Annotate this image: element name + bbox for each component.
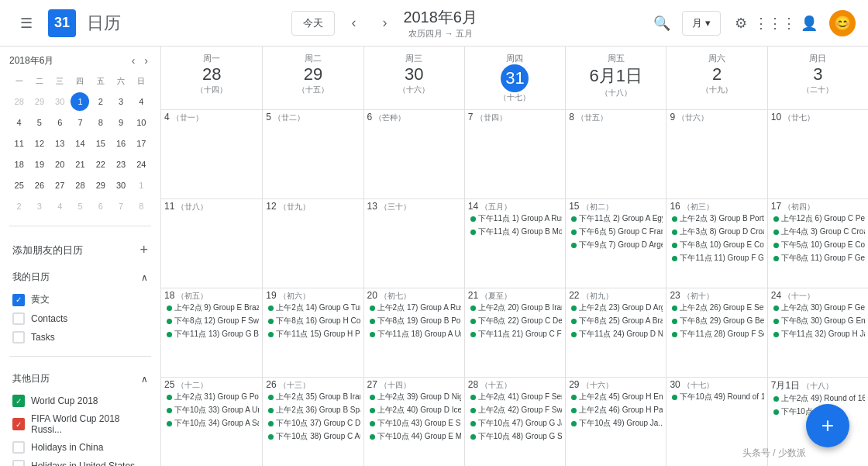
calendar-event[interactable]: 下午8点 22) Group C Den... <box>468 315 562 327</box>
mini-cal-day[interactable]: 16 <box>112 134 130 153</box>
calendar-cell[interactable]: 15 （初二）下午11点 2) Group A Egypt...下午6点 5) … <box>565 199 666 288</box>
mini-cal-day[interactable]: 5 <box>30 113 49 132</box>
calendar-event[interactable]: 下午11点 13) Group G Be... <box>164 328 259 340</box>
calendar-event[interactable]: 下午6点 5) Group C Franc... <box>569 226 663 238</box>
calendar-event[interactable]: 下午10点 34) Group A Sa... <box>164 417 259 430</box>
calendar-cell[interactable]: 13 （三十） <box>363 199 464 288</box>
mini-cal-day[interactable]: 29 <box>91 176 110 195</box>
user-avatar[interactable]: 😊 <box>829 10 856 36</box>
mini-cal-day[interactable]: 4 <box>132 92 150 111</box>
mini-cal-day[interactable]: 19 <box>30 155 49 174</box>
create-event-button[interactable]: + <box>806 404 849 447</box>
holidays-us-checkbox[interactable] <box>12 460 25 466</box>
mini-cal-day[interactable]: 14 <box>71 134 89 153</box>
mini-cal-day[interactable]: 1 <box>132 176 150 195</box>
view-selector-button[interactable]: 月 ▾ <box>682 11 721 36</box>
mini-cal-day[interactable]: 7 <box>112 197 130 216</box>
calendar-event[interactable]: 上午2点 36) Group B Spa... <box>266 404 360 416</box>
calendar-event[interactable]: 上午2点 3) Group B Portu... <box>670 212 763 225</box>
calendar-event[interactable]: 下午11点 2) Group A Egypt... <box>569 212 663 225</box>
calendar-item-holidays-china[interactable]: Holidays in China <box>9 438 151 457</box>
calendar-event[interactable]: 下午8点 16) Group H Col... <box>266 315 360 327</box>
mini-cal-day[interactable]: 23 <box>112 155 130 174</box>
calendar-cell[interactable]: 17 （初四）上午12点 6) Group C Peru...上午4点 3) G… <box>767 199 868 288</box>
calendar-event[interactable]: 上午2点 23) Group D Arg... <box>569 302 663 314</box>
calendar-event[interactable]: 下午11点 28) Group F So... <box>670 328 763 340</box>
calendar-cell[interactable]: 18 （初五）上午2点 9) Group E Brazil...下午8点 12)… <box>161 288 262 377</box>
calendar-cell[interactable]: 28 （十五）上午2点 41) Group F Serb...上午2点 42) … <box>464 378 565 466</box>
calendar-event[interactable]: 上午2点 42) Group F Swit... <box>468 404 562 416</box>
calendar-cell[interactable]: 23 （初十）上午2点 26) Group E Serb...下午8点 29) … <box>666 288 766 377</box>
calendar-event[interactable]: 上午2点 26) Group E Serb... <box>670 302 763 314</box>
mini-cal-day[interactable]: 30 <box>112 176 130 195</box>
calendar-item-contacts[interactable]: Contacts <box>9 309 151 328</box>
calendar-event[interactable]: 下午10点 49) Group Ja... <box>569 417 663 430</box>
calendar-cell[interactable]: 25 （十二）上午2点 31) Group G Pol...下午10点 33) … <box>161 378 262 466</box>
calendar-event[interactable]: 下午10点 49) Round of 1t... <box>670 391 763 403</box>
mini-cal-day[interactable]: 9 <box>112 113 130 132</box>
today-button[interactable]: 今天 <box>291 11 335 36</box>
mini-cal-day[interactable]: 2 <box>91 92 110 111</box>
calendar-event[interactable]: 上午2点 17) Group A Rus... <box>367 302 461 314</box>
calendar-cell[interactable]: 6 （芒种） <box>363 110 464 198</box>
mini-cal-day[interactable]: 20 <box>50 155 69 174</box>
mini-cal-day[interactable]: 27 <box>50 176 69 195</box>
calendar-cell[interactable]: 12 （廿九） <box>262 199 363 288</box>
prev-month-button[interactable]: ‹ <box>341 11 366 36</box>
calendar-event[interactable]: 上午3点 8) Group D Croat... <box>670 226 763 238</box>
search-button[interactable]: 🔍 <box>648 9 676 37</box>
calendar-event[interactable]: 下午10点 48) Group G Se... <box>468 430 562 443</box>
calendar-event[interactable]: 下午5点 10) Group E Cos... <box>771 239 865 251</box>
calendar-item-holidays-us[interactable]: Holidays in United States <box>9 457 151 466</box>
calendar-event[interactable]: 下午8点 25) Group A Braz... <box>569 315 663 327</box>
mini-cal-day[interactable]: 1 <box>71 92 89 111</box>
calendar-event[interactable]: 下午8点 30) Group G Eng... <box>771 315 865 327</box>
my-calendars-section[interactable]: 我的日历 ∧ <box>9 264 151 290</box>
calendar-event[interactable]: 上午4点 3) Group C Croa... <box>771 226 865 238</box>
calendar-event[interactable]: 上午2点 20) Group B Iran... <box>468 302 562 314</box>
calendar-event[interactable]: 上午2点 49) Round of 16:... <box>771 392 865 405</box>
mini-cal-day[interactable]: 8 <box>132 197 150 216</box>
calendar-event[interactable]: 下午11点 11) Group F Ge... <box>670 252 763 264</box>
mini-cal-day[interactable]: 26 <box>30 176 49 195</box>
mini-cal-day[interactable]: 28 <box>71 176 89 195</box>
mini-cal-day[interactable]: 17 <box>132 134 150 153</box>
calendar-event[interactable]: 上午2点 39) Group D Nig... <box>367 391 461 403</box>
calendar-cell[interactable]: 26 （十三）上午2点 35) Group B Iran...上午2点 36) … <box>262 378 363 466</box>
calendar-event[interactable]: 上午2点 46) Group H Pan... <box>569 404 663 416</box>
calendar-event[interactable]: 上午12点 6) Group C Peru... <box>771 212 865 225</box>
mini-cal-day[interactable]: 28 <box>10 92 29 111</box>
calendar-cell[interactable]: 8 （廿五） <box>565 110 666 198</box>
holidays-china-checkbox[interactable] <box>12 441 25 454</box>
mini-cal-day[interactable]: 8 <box>91 113 110 132</box>
fifaworldcup-checkbox[interactable]: ✓ <box>12 418 25 430</box>
account-button[interactable]: 👤 <box>795 9 823 37</box>
calendar-event[interactable]: 上午2点 41) Group F Serb... <box>468 391 562 403</box>
mini-cal-day[interactable]: 6 <box>91 197 110 216</box>
calendar-cell[interactable]: 16 （初三）上午2点 3) Group B Portu...上午3点 8) G… <box>666 199 766 288</box>
calendar-cell[interactable]: 11 （廿八） <box>161 199 262 288</box>
calendar-event[interactable]: 上午2点 31) Group G Pol... <box>164 391 259 403</box>
mini-cal-day[interactable]: 4 <box>10 113 29 132</box>
calendar-cell[interactable]: 7 （廿四） <box>464 110 565 198</box>
mini-cal-day[interactable]: 10 <box>132 113 150 132</box>
calendar-cell[interactable]: 5 （廿二） <box>262 110 363 198</box>
calendar-cell[interactable]: 24 （十一）上午2点 30) Group F Gern...下午8点 30) … <box>767 288 868 377</box>
mini-cal-day[interactable]: 2 <box>10 197 29 216</box>
calendar-event[interactable]: 下午8点 29) Group G Belg... <box>670 315 763 327</box>
calendar-event[interactable]: 上午2点 35) Group B Iran... <box>266 391 360 403</box>
mini-cal-day[interactable]: 13 <box>50 134 69 153</box>
calendar-event[interactable]: 下午11点 18) Group A Uri... <box>367 328 461 340</box>
next-month-button[interactable]: › <box>372 11 397 36</box>
calendar-item-tasks[interactable]: Tasks <box>9 328 151 347</box>
calendar-event[interactable]: 下午10点 47) Group G Ja... <box>468 417 562 430</box>
mini-cal-day[interactable]: 3 <box>112 92 130 111</box>
calendar-event[interactable]: 下午11点 21) Group C Fra... <box>468 328 562 340</box>
huangwen-checkbox[interactable]: ✓ <box>12 294 25 306</box>
calendar-event[interactable]: 下午8点 10) Group E Cos... <box>670 239 763 251</box>
settings-button[interactable]: ⚙ <box>727 9 755 37</box>
calendar-event[interactable]: 下午10点 33) Group A Uri... <box>164 404 259 416</box>
calendar-event[interactable]: 上午2点 14) Group G Tun... <box>266 302 360 314</box>
mini-prev-button[interactable]: ‹ <box>129 53 139 68</box>
calendar-event[interactable]: 下午10点 44) Group E Me... <box>367 430 461 443</box>
